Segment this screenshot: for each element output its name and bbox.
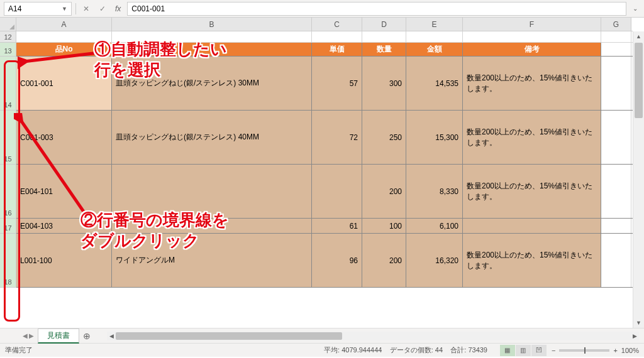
cell-17-E[interactable]: 6,100 <box>406 219 463 233</box>
cell-12-C[interactable] <box>312 31 362 42</box>
cell-14-F[interactable]: 数量200以上のため、15%値引きいたします。 <box>463 57 601 110</box>
row-header-17[interactable]: 17 <box>0 219 16 234</box>
status-bar: 準備完了 平均: 4079.944444 データの個数: 44 合計: 7343… <box>0 343 644 357</box>
cell-16-E[interactable]: 8,330 <box>406 165 463 218</box>
header-cell-B[interactable] <box>112 43 312 56</box>
header-cell-E[interactable]: 金額 <box>406 43 463 56</box>
row-header-18[interactable]: 18 <box>0 234 16 288</box>
cell-14-E[interactable]: 14,535 <box>406 57 463 110</box>
cell-17-C[interactable]: 61 <box>312 219 362 233</box>
cell-16-C[interactable] <box>312 165 362 218</box>
cell-15-A[interactable]: C001-003 <box>16 111 112 164</box>
scroll-down-icon[interactable]: ▼ <box>633 318 644 328</box>
header-cell-G[interactable] <box>601 43 631 56</box>
cell-15-D[interactable]: 250 <box>362 111 406 164</box>
scroll-up-icon[interactable]: ▲ <box>633 31 644 41</box>
cell-18-A[interactable]: L001-100 <box>16 234 112 287</box>
cell-17-F[interactable] <box>463 219 601 233</box>
column-header-F[interactable]: F <box>463 18 601 31</box>
cell-15-C[interactable]: 72 <box>312 111 362 164</box>
cell-14-C[interactable]: 57 <box>312 57 362 110</box>
fx-icon[interactable]: fx <box>113 4 123 13</box>
cell-12-E[interactable] <box>406 31 463 42</box>
cell-15-G[interactable] <box>601 111 631 164</box>
column-header-E[interactable]: E <box>406 18 463 31</box>
cell-15-F[interactable]: 数量200以上のため、15%値引きいたします。 <box>463 111 601 164</box>
cell-12-B[interactable] <box>112 31 312 42</box>
scroll-left-icon[interactable]: ◀ <box>107 333 116 339</box>
cell-12-F[interactable] <box>463 31 601 42</box>
cell-14-A[interactable]: C001-001 <box>16 57 112 110</box>
cell-18-F[interactable]: 数量200以上のため、15%値引きいたします。 <box>463 234 601 287</box>
column-header-D[interactable]: D <box>362 18 406 31</box>
header-cell-D[interactable]: 数量 <box>362 43 406 56</box>
cell-18-G[interactable] <box>601 234 631 287</box>
row-header-12[interactable]: 12 <box>0 31 16 43</box>
horizontal-scrollbar[interactable]: ◀ ▶ <box>107 332 639 340</box>
cell-16-G[interactable] <box>601 165 631 218</box>
name-box-value: A14 <box>8 4 21 13</box>
cell-16-A[interactable]: E004-101 <box>16 165 112 218</box>
sheet-prev-icon[interactable]: ◀ <box>23 332 28 339</box>
cell-15-B[interactable]: 皿頭タッピングねじ(銀/ステンレス) 40MM <box>112 111 312 164</box>
table-row: E004-103611006,100 <box>16 219 633 234</box>
view-normal-icon[interactable]: ▦ <box>500 345 515 356</box>
select-all-corner[interactable] <box>0 18 16 31</box>
vertical-scroll-thumb[interactable] <box>635 43 643 118</box>
column-header-A[interactable]: A <box>16 18 112 31</box>
chevron-down-icon[interactable]: ▼ <box>62 6 67 12</box>
cell-12-A[interactable] <box>16 31 112 42</box>
column-headers: ABCDEFG <box>16 18 633 31</box>
zoom-out-icon[interactable]: − <box>552 347 555 354</box>
view-page-break-icon[interactable]: 凹 <box>531 345 547 356</box>
cell-14-D[interactable]: 300 <box>362 57 406 110</box>
table-row: E004-1012008,330数量200以上のため、15%値引きいたします。 <box>16 165 633 219</box>
sheet-tab-active[interactable]: 見積書 <box>38 328 79 344</box>
cell-18-C[interactable]: 96 <box>312 234 362 287</box>
header-cell-C[interactable]: 単価 <box>312 43 362 56</box>
column-header-B[interactable]: B <box>112 18 312 31</box>
separator <box>75 3 76 14</box>
cell-16-D[interactable]: 200 <box>362 165 406 218</box>
horizontal-scroll-thumb[interactable] <box>116 332 342 340</box>
column-header-C[interactable]: C <box>312 18 362 31</box>
expand-formula-bar-icon[interactable]: ⌄ <box>630 5 640 12</box>
name-box[interactable]: A14 ▼ <box>4 2 72 16</box>
cell-16-B[interactable] <box>112 165 312 218</box>
zoom-slider[interactable] <box>559 349 609 352</box>
cell-17-G[interactable] <box>601 219 631 233</box>
cell-17-A[interactable]: E004-103 <box>16 219 112 233</box>
scroll-right-icon[interactable]: ▶ <box>630 333 639 339</box>
header-cell-F[interactable]: 備考 <box>463 43 601 56</box>
vertical-scrollbar[interactable]: ▲ ▼ <box>633 31 644 328</box>
row-headers: 12131415161718 <box>0 31 16 328</box>
cell-18-D[interactable]: 200 <box>362 234 406 287</box>
cell-15-E[interactable]: 15,300 <box>406 111 463 164</box>
cell-18-E[interactable]: 16,320 <box>406 234 463 287</box>
sheet-tab-label: 見積書 <box>47 331 70 340</box>
zoom-in-icon[interactable]: + <box>613 347 617 354</box>
cell-14-B[interactable]: 皿頭タッピングねじ(銀/ステンレス) 30MM <box>112 57 312 110</box>
row-header-15[interactable]: 15 <box>0 111 16 165</box>
sheet-next-icon[interactable]: ▶ <box>29 332 34 339</box>
row-header-13[interactable]: 13 <box>0 43 16 57</box>
cell-16-F[interactable]: 数量200以上のため、15%値引きいたします。 <box>463 165 601 218</box>
header-cell-A[interactable]: 品No <box>16 43 112 56</box>
formula-bar-value: C001-001 <box>131 4 165 13</box>
cancel-icon[interactable]: ✕ <box>80 3 92 15</box>
cell-18-B[interactable]: ワイドアングルM <box>112 234 312 287</box>
cell-12-D[interactable] <box>362 31 406 42</box>
row-header-16[interactable]: 16 <box>0 165 16 219</box>
confirm-icon[interactable]: ✓ <box>96 3 109 15</box>
zoom-level: 100% <box>621 347 639 354</box>
cell-14-G[interactable] <box>601 57 631 110</box>
formula-bar[interactable]: C001-001 <box>127 2 626 16</box>
zoom-controls: − + 100% <box>552 347 639 354</box>
row-header-14[interactable]: 14 <box>0 57 16 111</box>
cell-17-B[interactable] <box>112 219 312 233</box>
cell-12-G[interactable] <box>601 31 631 42</box>
cell-17-D[interactable]: 100 <box>362 219 406 233</box>
add-sheet-icon[interactable]: ⊕ <box>79 331 94 341</box>
column-header-G[interactable]: G <box>601 18 631 31</box>
view-page-layout-icon[interactable]: ▥ <box>516 345 531 356</box>
